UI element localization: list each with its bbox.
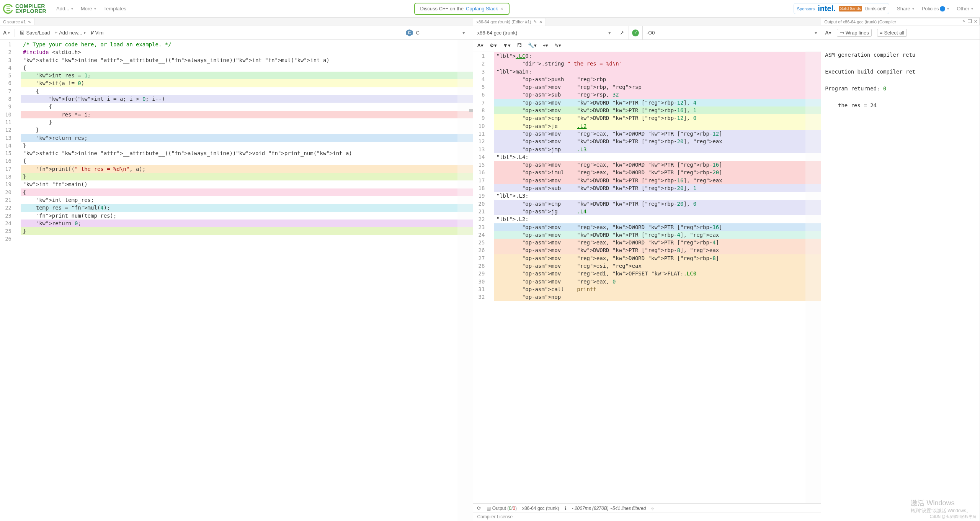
output-line: Program returned: 0	[825, 84, 976, 93]
banner-text: Discuss C++ on the	[420, 6, 464, 11]
compiler-select[interactable]: x86-64 gcc (trunk) ▾	[473, 26, 615, 39]
source-tab-title: C source #1	[3, 20, 26, 24]
refresh-icon[interactable]: ⟳	[477, 505, 481, 511]
license-bar[interactable]: Compiler License	[473, 513, 821, 521]
source-toolbar: A▾ 🖫Save/Load +Add new...▾ VVim C C ▾	[0, 26, 473, 40]
output-pane: Output of x86-64 gcc (trunk) (Compiler ✎…	[821, 18, 980, 521]
external-link-icon: ↗	[620, 30, 624, 36]
c-lang-icon: C	[406, 29, 413, 36]
compiler-toolbar: x86-64 gcc (trunk) ▾ ↗ ✓ ▾	[473, 26, 821, 40]
output-tabbar: Output of x86-64 gcc (trunk) (Compiler ✎…	[821, 18, 980, 26]
save-icon: 🖫	[20, 30, 24, 36]
wrap-icon: ▭	[840, 30, 844, 36]
asm-code[interactable]: "lbl">.LC0: "dir">.string " the res = %d…	[494, 51, 821, 301]
nav-more[interactable]: More	[77, 4, 100, 13]
asm-tab[interactable]: x86-64 gcc (trunk) (Editor #1) ✎ ✕	[473, 18, 546, 26]
source-gutter: 1234567891011121314151617181920212223242…	[0, 40, 18, 243]
options-dropdown[interactable]: ▾	[811, 26, 821, 39]
asm-tab-title: x86-64 gcc (trunk) (Editor #1)	[476, 20, 531, 24]
edit-icon[interactable]: ✎	[534, 20, 537, 25]
gear-icon[interactable]: ⚙▾	[490, 43, 497, 48]
nav-policies[interactable]: Policies	[918, 4, 953, 13]
output-toolbar: A▾ ▭Wrap lines ≡Select all	[821, 26, 980, 40]
output-tab[interactable]: Output of x86-64 gcc (trunk) (Compiler	[821, 18, 980, 25]
compiler-name: x86-64 gcc (trunk)	[477, 30, 517, 36]
banner-link[interactable]: Cpplang Slack	[466, 6, 498, 11]
popout-button[interactable]: ↗	[615, 26, 629, 39]
plus-icon: +	[55, 30, 58, 36]
filter-icon[interactable]: ▼▾	[503, 43, 511, 48]
output-line: the res = 24	[825, 101, 976, 110]
output-line: Execution build compiler ret	[825, 67, 976, 76]
source-code[interactable]: /* Type your code here, or load an examp…	[21, 40, 473, 243]
asm-bottom-bar: ⟳ ▤ Output (0/0) x86-64 gcc (trunk) ℹ - …	[473, 503, 821, 513]
source-tabbar: C source #1 ✎	[0, 18, 473, 26]
scroll-marker[interactable]	[469, 109, 473, 112]
save-icon[interactable]: 🖫	[517, 43, 522, 48]
nav-templates[interactable]: Templates	[100, 4, 130, 13]
banner: Discuss C++ on the Cpplang Slack ×	[414, 3, 510, 15]
source-pane: C source #1 ✎ A▾ 🖫Save/Load +Add new...▾…	[0, 18, 473, 521]
right-nav: Share Policies Other	[893, 4, 977, 13]
minimap[interactable]	[805, 51, 821, 503]
sponsor-intel: intel.	[818, 4, 836, 13]
nav-other[interactable]: Other	[953, 4, 977, 13]
pencil-icon[interactable]: ✎▾	[554, 43, 561, 48]
logo[interactable]: COMPILEREXPLORER	[3, 4, 46, 14]
add-new-button[interactable]: +Add new...▾	[55, 30, 86, 36]
edit-icon[interactable]: ✎	[28, 20, 31, 24]
nav-add[interactable]: Add...	[52, 4, 77, 13]
csdn-watermark: CSDN @头发够用的程序员	[930, 514, 976, 519]
info-icon[interactable]: ℹ	[565, 506, 567, 511]
chart-icon[interactable]: ⎀	[651, 506, 654, 511]
sponsor-solidsands: Solid Sands	[839, 6, 862, 11]
nav-share[interactable]: Share	[893, 4, 918, 13]
wrap-lines-toggle[interactable]: ▭Wrap lines	[837, 29, 872, 37]
close-icon[interactable]: ✕	[539, 20, 542, 25]
output-line: ASM generation compiler retu	[825, 51, 976, 59]
wrench-icon[interactable]: 🔧▾	[528, 43, 537, 48]
minimap[interactable]	[457, 40, 473, 521]
compiler-options-input[interactable]	[643, 26, 811, 39]
maximize-icon[interactable]	[968, 19, 972, 23]
topbar: COMPILEREXPLORER Add... More Templates D…	[0, 0, 980, 18]
source-editor[interactable]: 1234567891011121314151617181920212223242…	[0, 40, 473, 521]
sponsors-label: Sponsors	[797, 7, 815, 11]
asm-tabbar: x86-64 gcc (trunk) (Editor #1) ✎ ✕	[473, 18, 821, 26]
check-icon: ✓	[632, 29, 639, 36]
banner-close-icon[interactable]: ×	[500, 6, 503, 12]
asm-pane: x86-64 gcc (trunk) (Editor #1) ✎ ✕ x86-6…	[473, 18, 821, 521]
vim-button[interactable]: VVim	[90, 30, 104, 36]
select-all-button[interactable]: ≡Select all	[877, 29, 907, 37]
list-icon: ≡	[880, 30, 883, 36]
output-body[interactable]: ASM generation compiler retu Execution b…	[821, 40, 980, 521]
source-tab[interactable]: C source #1 ✎	[0, 18, 34, 25]
bell-icon	[940, 6, 945, 11]
chevron-down-icon: ▾	[608, 30, 611, 36]
chevron-down-icon: ▾	[462, 30, 465, 36]
sponsors[interactable]: Sponsors intel. Solid Sands think-cell'	[794, 3, 889, 14]
output-button[interactable]: ▤ Output (0/0)	[487, 506, 516, 511]
vim-icon: V	[90, 30, 94, 36]
asm-icon-toolbar: A▾ ⚙▾ ▼▾ 🖫 🔧▾ +▾ ✎▾	[473, 40, 821, 51]
output-tab-title: Output of x86-64 gcc (trunk) (Compiler	[824, 20, 896, 24]
language-name: C	[416, 30, 419, 36]
edit-icon[interactable]: ✎	[962, 19, 965, 24]
compile-stats: - 2007ms (8270B) ~541 lines filtered	[572, 506, 646, 511]
compile-status: ✓	[629, 26, 643, 39]
add-icon[interactable]: +▾	[543, 43, 549, 48]
language-select[interactable]: C C ▾	[401, 28, 470, 38]
font-button[interactable]: A▾	[3, 30, 10, 36]
asm-gutter: 1234567891011121314151617181920212223242…	[473, 51, 492, 301]
save-load-button[interactable]: 🖫Save/Load	[20, 30, 50, 36]
close-icon[interactable]: ✕	[974, 19, 977, 24]
compiler-label: x86-64 gcc (trunk)	[522, 506, 559, 511]
font-button[interactable]: A▾	[825, 30, 831, 36]
logo-icon	[3, 4, 13, 14]
logo-text: COMPILEREXPLORER	[15, 4, 46, 13]
sponsor-thinkcell: think-cell'	[865, 6, 886, 11]
font-button[interactable]: A▾	[477, 43, 483, 48]
asm-editor[interactable]: 1234567891011121314151617181920212223242…	[473, 51, 821, 503]
